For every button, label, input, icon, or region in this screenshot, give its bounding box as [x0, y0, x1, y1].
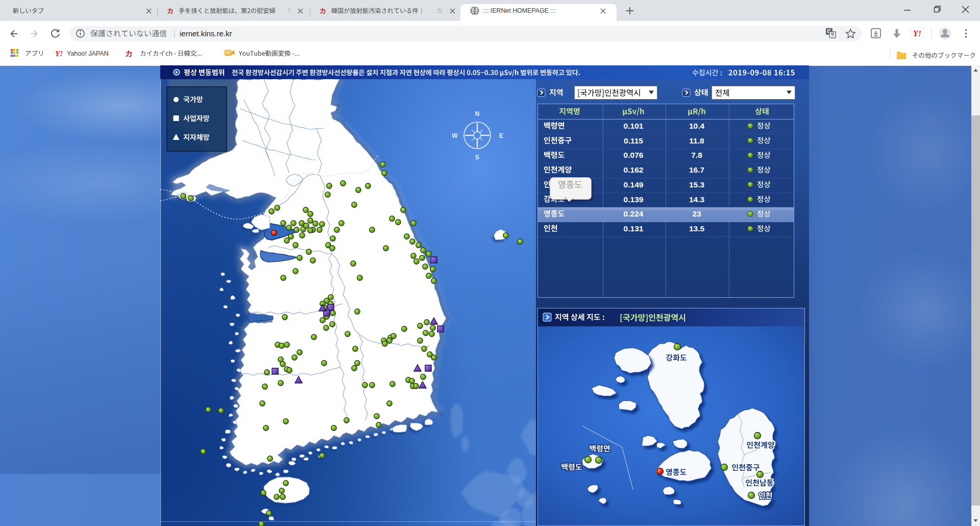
svg-text:0.131: 0.131 — [624, 224, 644, 233]
svg-text:0.101: 0.101 — [624, 122, 644, 130]
svg-text:0.224: 0.224 — [624, 209, 644, 218]
svg-text:23: 23 — [692, 209, 701, 218]
svg-text:7.8: 7.8 — [691, 151, 702, 159]
svg-text:13.5: 13.5 — [689, 224, 705, 233]
svg-text:E: E — [499, 132, 503, 139]
svg-text:N: N — [475, 110, 480, 117]
svg-text:0.076: 0.076 — [624, 151, 644, 159]
svg-text:11.8: 11.8 — [689, 136, 704, 145]
svg-text:0.115: 0.115 — [624, 136, 643, 145]
svg-text:S: S — [475, 154, 479, 161]
svg-text:10.4: 10.4 — [689, 122, 705, 130]
svg-text:W: W — [452, 132, 458, 139]
